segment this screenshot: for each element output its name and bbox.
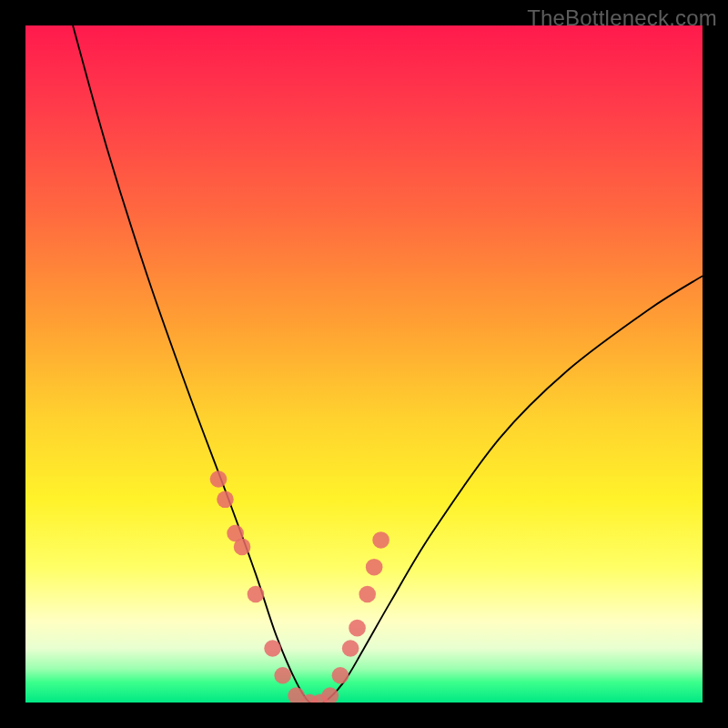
marker-dot xyxy=(274,667,291,684)
marker-dot xyxy=(264,640,281,657)
marker-dot xyxy=(248,586,265,603)
chart-frame: TheBottleneck.com xyxy=(0,0,728,728)
marker-dot xyxy=(210,470,228,488)
marker-dot xyxy=(349,620,366,637)
curve-layer xyxy=(25,25,703,703)
bottleneck-curve xyxy=(73,25,703,703)
marker-dot xyxy=(359,586,376,603)
marker-dot xyxy=(366,559,383,576)
marker-dot xyxy=(372,531,389,549)
watermark-text: TheBottleneck.com xyxy=(527,5,717,31)
marker-group xyxy=(210,470,389,703)
marker-dot xyxy=(342,640,359,657)
plot-area xyxy=(25,25,703,703)
marker-dot xyxy=(217,491,234,509)
marker-dot xyxy=(234,539,251,556)
marker-dot xyxy=(332,667,349,684)
marker-dot xyxy=(322,687,339,703)
